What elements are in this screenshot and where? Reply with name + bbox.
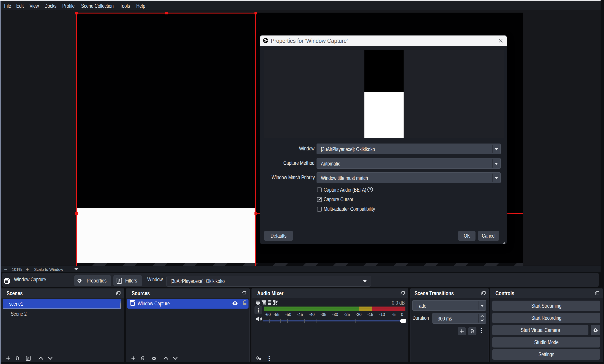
svg-text:?: ? — [369, 188, 371, 192]
